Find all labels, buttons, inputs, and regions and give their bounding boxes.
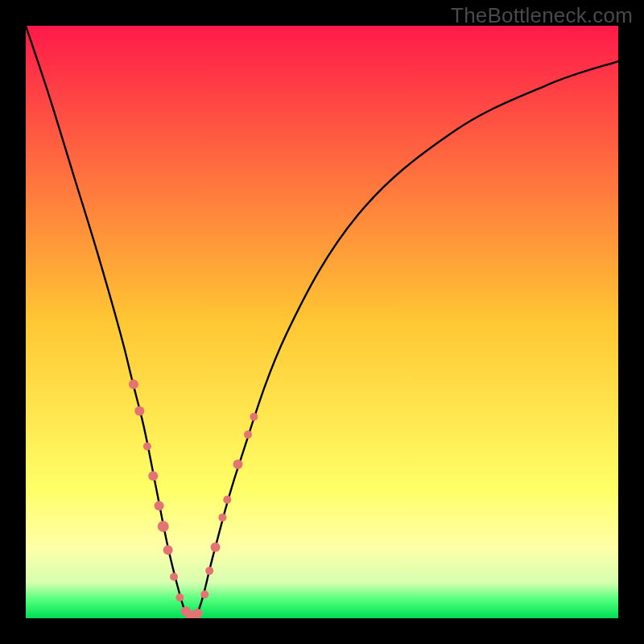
watermark-text: TheBottleneck.com <box>451 3 633 28</box>
highlight-dot <box>134 406 144 415</box>
highlight-dot <box>223 496 231 504</box>
highlight-dot <box>244 431 252 439</box>
highlight-dot <box>148 471 158 481</box>
highlight-dot <box>129 379 138 389</box>
highlight-dot <box>170 572 178 580</box>
highlight-dot <box>205 567 213 575</box>
plot-area <box>26 26 618 618</box>
highlight-dot <box>211 543 221 552</box>
chart-svg <box>26 26 618 618</box>
highlight-dot <box>200 591 208 599</box>
highlight-dot <box>250 413 258 421</box>
gradient-background <box>26 26 618 618</box>
highlight-dot <box>143 443 151 451</box>
highlight-dot <box>218 514 226 522</box>
highlight-dot <box>155 501 164 510</box>
highlight-dot <box>233 460 242 469</box>
chart-frame: TheBottleneck.com <box>0 0 644 644</box>
highlight-dot <box>158 521 169 532</box>
highlight-dot <box>192 609 202 618</box>
highlight-dot <box>175 593 184 601</box>
highlight-dot <box>163 545 173 555</box>
